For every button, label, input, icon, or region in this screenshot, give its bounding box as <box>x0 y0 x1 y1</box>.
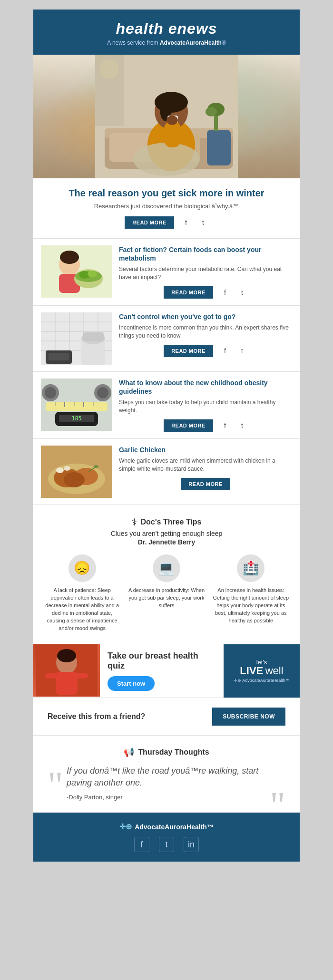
article-1-facebook-icon[interactable]: f <box>220 287 230 298</box>
article-2-desc: Incontinence is more common than you thi… <box>119 324 292 340</box>
svg-rect-12 <box>164 121 181 147</box>
advocate-aurora-brand: ✛⊕ AdvocateAuroraHealth™ <box>234 678 290 683</box>
article-3-read-more-button[interactable]: READ MORE <box>164 419 213 432</box>
footer-facebook-icon[interactable]: f <box>134 837 149 852</box>
food-thumbnail <box>41 245 112 298</box>
quote-open-mark: " <box>48 770 63 800</box>
quiz-banner-content: Take our breast health quiz Start now <box>100 644 224 698</box>
twitter-share-icon[interactable]: t <box>198 217 208 228</box>
footer-twitter-icon[interactable]: t <box>159 837 174 852</box>
article-2-actions: READ MORE f t <box>119 345 292 357</box>
main-article: The real reason you get sick more in win… <box>33 178 300 239</box>
quiz-start-button[interactable]: Start now <box>108 676 155 691</box>
quiz-banner: Take our breast health quiz Start now le… <box>33 644 300 698</box>
site-subtitle: A news service from AdvocateAuroraHealth… <box>43 39 290 46</box>
svg-point-18 <box>206 107 217 116</box>
main-read-more-button[interactable]: READ MORE <box>125 216 174 229</box>
live-text: LIVE <box>240 665 263 677</box>
svg-point-62 <box>64 466 70 471</box>
article-item: Garlic Chicken Whole garlic cloves are m… <box>33 439 300 505</box>
svg-point-26 <box>88 271 97 277</box>
svg-rect-69 <box>45 673 58 679</box>
megaphone-icon: 📢 <box>124 747 134 757</box>
quote-block: " If you donâ™t like the road youâ™re wa… <box>48 765 285 801</box>
main-article-desc: Researchers just discovered the biologic… <box>48 203 285 210</box>
svg-point-55 <box>97 387 108 398</box>
article-list: Fact or fiction? Certain foods can boost… <box>33 239 300 505</box>
svg-point-60 <box>64 472 85 487</box>
scale-thumbnail: 185 <box>41 378 112 431</box>
article-item: 185 What to know about the new childhood… <box>33 372 300 439</box>
tip-2-icon: 💻 <box>153 554 180 582</box>
footer-social-links: f t in <box>43 837 290 852</box>
quote-author: -Dolly Parton, singer <box>62 794 271 801</box>
docs-tips-header: ⚕ Doc's Three Tips <box>43 516 290 528</box>
article-1-thumb <box>41 245 112 298</box>
quiz-banner-brand: let's LIVE well ✛⊕ AdvocateAuroraHealth™ <box>224 644 300 698</box>
thursday-thoughts-section: 📢 Thursday Thoughts " If you donâ™t like… <box>33 736 300 813</box>
facebook-share-icon[interactable]: f <box>181 217 191 228</box>
docs-tips-author: Dr. Jennette Berry <box>43 538 290 546</box>
article-2-facebook-icon[interactable]: f <box>220 346 230 356</box>
page-footer: ✛⊕ AdvocateAuroraHealth™ f t in <box>33 813 300 862</box>
subscribe-section: Receive this from a friend? SUBSCRIBE NO… <box>33 698 300 736</box>
subscribe-text: Receive this from a friend? <box>48 712 145 721</box>
svg-point-13 <box>166 116 178 125</box>
thursday-title: Thursday Thoughts <box>138 748 209 757</box>
article-item: Can't control when you've got to go? Inc… <box>33 306 300 372</box>
tips-grid: 😞 A lack of patience: Sleep deprivation … <box>43 554 290 632</box>
tip-item: 😞 A lack of patience: Sleep deprivation … <box>43 554 121 632</box>
svg-point-67 <box>57 649 76 662</box>
hero-image <box>33 55 300 178</box>
article-2-content: Can't control when you've got to go? Inc… <box>119 312 292 357</box>
svg-point-15 <box>100 59 119 78</box>
article-3-twitter-icon[interactable]: t <box>237 420 247 431</box>
svg-point-64 <box>94 465 98 468</box>
tip-3-icon: 🏥 <box>237 554 264 582</box>
article-3-desc: Steps you can take today to help your ch… <box>119 398 292 415</box>
brand-name: AdvocateAuroraHealth <box>160 39 222 46</box>
svg-point-53 <box>45 387 56 398</box>
article-4-read-more-button[interactable]: READ MORE <box>181 478 230 490</box>
main-article-title: The real reason you get sick more in win… <box>48 188 285 199</box>
article-2-read-more-button[interactable]: READ MORE <box>164 345 213 357</box>
article-4-title: Garlic Chicken <box>119 446 292 454</box>
article-2-thumb <box>41 312 112 365</box>
quiz-person-svg <box>36 644 98 697</box>
footer-brand-name: AdvocateAuroraHealth™ <box>135 823 214 831</box>
site-title: health enews <box>43 20 290 38</box>
docs-tips-title: Doc's Three Tips <box>141 518 202 526</box>
svg-rect-70 <box>76 673 88 679</box>
svg-point-21 <box>60 251 79 264</box>
well-text: well <box>265 665 284 677</box>
article-item: Fact or fiction? Certain foods can boost… <box>33 239 300 306</box>
live-well-live-well: LIVE well <box>234 666 290 676</box>
article-1-read-more-button[interactable]: READ MORE <box>164 286 213 299</box>
article-3-thumb: 185 <box>41 378 112 431</box>
tip-item: 🏥 An increase in health issues: Getting … <box>212 554 290 632</box>
docs-tips-section: ⚕ Doc's Three Tips Clues you aren't gett… <box>33 505 300 644</box>
tip-1-icon: 😞 <box>69 554 96 582</box>
article-1-content: Fact or fiction? Certain foods can boost… <box>119 245 292 299</box>
bathroom-thumbnail <box>41 312 112 365</box>
article-3-content: What to know about the new childhood obe… <box>119 378 292 432</box>
tip-3-text: An increase in health issues: Getting th… <box>212 587 290 625</box>
article-2-twitter-icon[interactable]: t <box>237 346 247 356</box>
chicken-svg <box>41 446 112 498</box>
footer-linkedin-icon[interactable]: in <box>184 837 199 852</box>
svg-rect-41 <box>49 353 69 360</box>
svg-point-7 <box>133 143 200 176</box>
scale-svg: 185 <box>41 378 112 431</box>
svg-rect-5 <box>207 130 231 165</box>
bathroom-svg <box>41 312 112 365</box>
article-1-twitter-icon[interactable]: t <box>237 287 247 298</box>
footer-brand: ✛⊕ AdvocateAuroraHealth™ <box>43 822 290 831</box>
subscribe-button[interactable]: SUBSCRIBE NOW <box>212 708 285 726</box>
svg-text:185: 185 <box>71 415 82 422</box>
article-3-facebook-icon[interactable]: f <box>220 420 230 431</box>
svg-rect-68 <box>56 672 78 695</box>
svg-point-9 <box>155 92 188 113</box>
article-4-desc: Whole garlic cloves are mild when simmer… <box>119 457 292 473</box>
tip-item: 💻 A decrease in productivity: When you g… <box>127 554 206 632</box>
svg-point-61 <box>56 467 64 473</box>
